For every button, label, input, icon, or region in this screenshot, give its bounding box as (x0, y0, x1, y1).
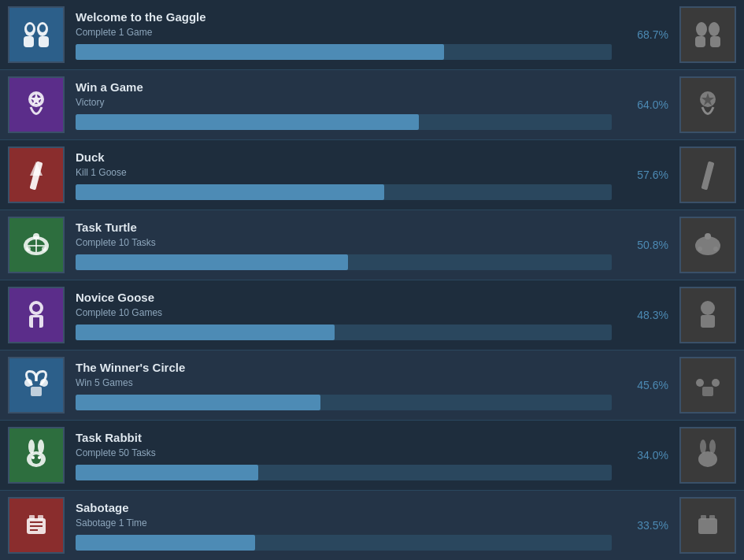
achievement-row-novice-goose[interactable]: Novice GooseComplete 10 Games48.3% (0, 280, 744, 350)
svg-rect-41 (702, 387, 713, 396)
achievement-row-win-a-game[interactable]: Win a GameVictory64.0% (0, 70, 744, 140)
achievement-row-sabotage[interactable]: SabotageSabotage 1 Time33.5% (0, 491, 744, 560)
achievement-icon-right-welcome-to-the-gaggle (679, 6, 736, 63)
achievement-title-win-a-game: Win a Game (76, 80, 612, 94)
svg-rect-55 (30, 525, 43, 527)
svg-point-2 (27, 24, 33, 32)
svg-point-23 (26, 247, 31, 251)
achievement-icon-left-task-rabbit (8, 427, 65, 484)
svg-point-39 (696, 379, 704, 387)
progress-fill-task-rabbit (76, 465, 258, 480)
svg-point-26 (705, 233, 711, 239)
achievement-desc-novice-goose: Complete 10 Games (76, 307, 612, 318)
achievement-title-the-winners-circle: The Winner's Circle (76, 361, 612, 374)
svg-rect-35 (701, 315, 715, 328)
progress-bar-sabotage (76, 535, 612, 551)
progress-bar-task-turtle (76, 254, 612, 270)
progress-bar-task-rabbit (76, 465, 612, 480)
achievement-icon-right-novice-goose (679, 287, 736, 343)
svg-point-24 (42, 247, 46, 251)
progress-bar-novice-goose (76, 325, 612, 340)
achievement-icon-left-novice-goose (8, 287, 65, 343)
svg-point-49 (700, 439, 706, 454)
progress-fill-win-a-game (76, 114, 419, 130)
svg-rect-57 (698, 518, 717, 534)
achievement-content-duck: DuckKill 1 Goose (76, 150, 612, 200)
svg-rect-54 (30, 521, 43, 523)
achievement-desc-win-a-game: Victory (76, 97, 612, 108)
svg-rect-9 (710, 36, 720, 47)
progress-fill-duck (76, 184, 384, 200)
achievement-title-task-rabbit: Task Rabbit (76, 431, 612, 444)
achievement-row-task-rabbit[interactable]: Task RabbitComplete 50 Tasks34.0% (0, 421, 744, 491)
svg-rect-38 (31, 387, 42, 396)
achievement-percent-novice-goose: 48.3% (621, 309, 668, 321)
achievement-percent-win-a-game: 64.0% (621, 98, 668, 111)
progress-bar-welcome-to-the-gaggle (76, 44, 612, 60)
achievement-content-win-a-game: Win a GameVictory (76, 80, 612, 130)
achievement-title-task-turtle: Task Turtle (76, 221, 612, 234)
achievement-title-novice-goose: Novice Goose (76, 291, 612, 304)
svg-point-31 (32, 304, 40, 312)
achievement-icon-left-win-a-game (8, 76, 65, 133)
achievement-content-the-winners-circle: The Winner's CircleWin 5 Games (76, 361, 612, 410)
achievement-percent-sabotage: 33.5% (621, 519, 668, 532)
achievement-desc-sabotage: Sabotage 1 Time (76, 517, 612, 528)
svg-rect-4 (24, 36, 34, 47)
svg-point-45 (31, 454, 41, 464)
achievement-icon-right-task-rabbit (679, 427, 736, 484)
progress-bar-the-winners-circle (76, 395, 612, 410)
achievement-percent-task-turtle: 50.8% (621, 239, 668, 251)
achievement-icon-right-win-a-game (679, 76, 736, 133)
progress-fill-novice-goose (76, 325, 335, 340)
svg-rect-53 (38, 515, 43, 520)
achievement-percent-duck: 57.6% (621, 169, 668, 181)
achievement-percent-task-rabbit: 34.0% (621, 449, 668, 462)
achievement-percent-the-winners-circle: 45.6% (621, 379, 668, 391)
achievement-title-sabotage: Sabotage (76, 501, 612, 514)
svg-rect-58 (701, 515, 706, 520)
svg-point-48 (698, 451, 717, 467)
svg-point-22 (33, 233, 39, 239)
svg-point-6 (696, 22, 707, 36)
svg-point-46 (31, 456, 35, 459)
achievement-content-sabotage: SabotageSabotage 1 Time (76, 501, 612, 551)
achievement-row-task-turtle[interactable]: Task TurtleComplete 10 Tasks50.8% (0, 210, 744, 280)
achievement-desc-welcome-to-the-gaggle: Complete 1 Game (76, 27, 612, 38)
achievement-content-task-turtle: Task TurtleComplete 10 Tasks (76, 221, 612, 270)
progress-bar-duck (76, 184, 612, 200)
achievement-percent-welcome-to-the-gaggle: 68.7% (621, 28, 668, 41)
progress-bar-win-a-game (76, 114, 612, 130)
svg-rect-59 (709, 515, 715, 520)
svg-point-28 (713, 247, 718, 251)
svg-point-44 (38, 439, 44, 454)
achievement-icon-left-sabotage (8, 497, 65, 554)
achievement-icon-left-duck (8, 146, 65, 203)
progress-fill-sabotage (76, 535, 255, 551)
svg-point-47 (38, 456, 41, 459)
svg-rect-8 (695, 36, 705, 47)
achievement-icon-right-the-winners-circle (679, 357, 736, 414)
progress-fill-the-winners-circle (76, 395, 320, 410)
svg-rect-56 (30, 529, 38, 531)
achievement-icon-left-the-winners-circle (8, 357, 65, 414)
achievement-icon-right-task-turtle (679, 217, 736, 273)
achievement-content-task-rabbit: Task RabbitComplete 50 Tasks (76, 431, 612, 480)
achievement-row-welcome-to-the-gaggle[interactable]: Welcome to the GaggleComplete 1 Game68.7… (0, 0, 744, 70)
svg-rect-33 (36, 317, 39, 328)
achievement-icon-right-duck (679, 146, 736, 203)
achievement-content-novice-goose: Novice GooseComplete 10 Games (76, 291, 612, 340)
progress-fill-welcome-to-the-gaggle (76, 44, 444, 60)
achievement-icon-left-task-turtle (8, 217, 65, 273)
svg-point-34 (701, 301, 715, 315)
svg-point-43 (28, 439, 35, 454)
achievement-desc-the-winners-circle: Win 5 Games (76, 377, 612, 388)
achievement-content-welcome-to-the-gaggle: Welcome to the GaggleComplete 1 Game (76, 10, 612, 60)
svg-point-7 (709, 22, 720, 36)
achievement-row-duck[interactable]: DuckKill 1 Goose57.6% (0, 140, 744, 210)
svg-rect-32 (33, 317, 36, 328)
achievement-desc-task-rabbit: Complete 50 Tasks (76, 447, 612, 458)
achievement-row-the-winners-circle[interactable]: The Winner's CircleWin 5 Games45.6% (0, 350, 744, 421)
achievement-desc-task-turtle: Complete 10 Tasks (76, 237, 612, 248)
achievement-icon-left-welcome-to-the-gaggle (8, 6, 65, 63)
